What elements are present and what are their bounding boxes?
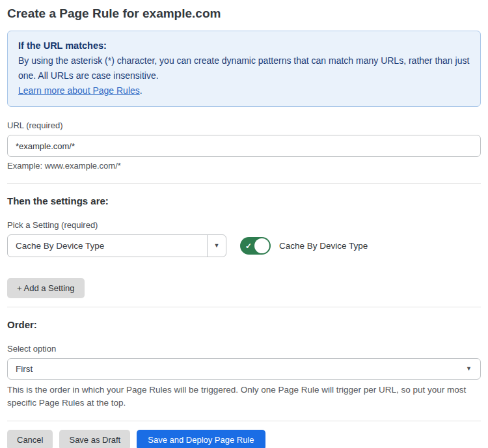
order-help-text: This is the order in which your Page Rul… (7, 384, 481, 410)
order-section-heading: Order: (7, 319, 481, 330)
learn-more-link[interactable]: Learn more about Page Rules (18, 85, 140, 96)
settings-section-heading: Then the settings are: (7, 195, 481, 206)
save-as-draft-button[interactable]: Save as Draft (59, 430, 130, 448)
cancel-button[interactable]: Cancel (7, 430, 53, 448)
setting-toggle-label: Cache By Device Type (279, 241, 368, 251)
setting-toggle[interactable]: ✓ (240, 237, 271, 255)
divider (7, 307, 481, 307)
setting-select[interactable]: Cache By Device Type ▼ (7, 234, 226, 257)
check-icon: ✓ (245, 242, 252, 250)
save-and-deploy-button[interactable]: Save and Deploy Page Rule (137, 430, 265, 448)
footer-actions: Cancel Save as Draft Save and Deploy Pag… (7, 430, 481, 448)
info-box-link-line: Learn more about Page Rules. (18, 83, 470, 98)
order-select-value: First (8, 359, 466, 379)
divider (7, 421, 481, 421)
add-setting-button[interactable]: + Add a Setting (7, 278, 85, 298)
setting-row: Cache By Device Type ▼ ✓ Cache By Device… (7, 234, 481, 257)
chevron-down-icon: ▼ (466, 366, 472, 372)
order-select-label: Select option (7, 344, 481, 354)
url-input[interactable] (7, 135, 481, 157)
url-field-label: URL (required) (7, 120, 481, 130)
setting-select-arrow-segment: ▼ (207, 235, 226, 257)
url-helper-text: Example: www.example.com/* (7, 161, 481, 171)
order-select[interactable]: First ▼ (7, 358, 481, 380)
page-title: Create a Page Rule for example.com (7, 7, 481, 21)
toggle-knob (254, 238, 269, 253)
url-match-info-box: If the URL matches: By using the asteris… (7, 31, 481, 107)
divider (7, 183, 481, 184)
setting-select-value: Cache By Device Type (8, 235, 207, 257)
link-suffix: . (140, 85, 142, 96)
info-box-body: By using the asterisk (*) character, you… (18, 53, 470, 83)
info-box-heading: If the URL matches: (18, 38, 470, 53)
setting-picker-label: Pick a Setting (required) (7, 220, 481, 230)
chevron-down-icon: ▼ (214, 243, 220, 249)
order-select-arrow-area: ▼ (466, 359, 480, 379)
